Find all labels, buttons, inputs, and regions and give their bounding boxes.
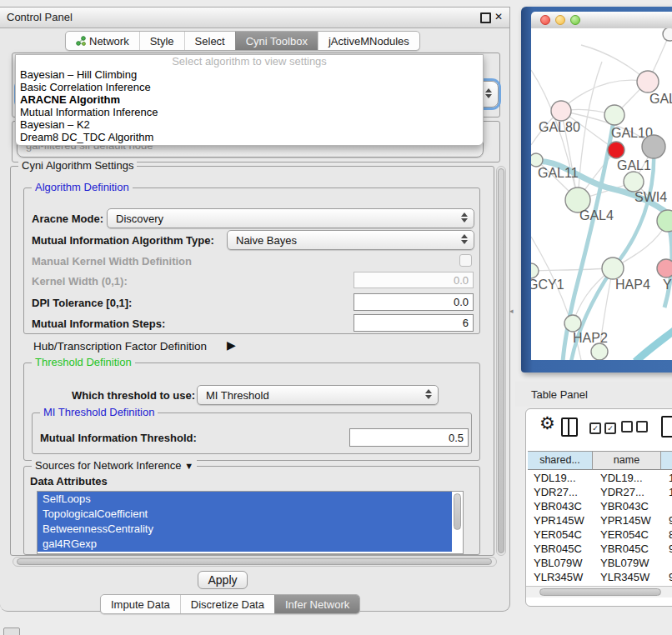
algorithm-option[interactable]: Dream8 DC_TDC Algorithm xyxy=(16,131,483,143)
minimized-panel-icon[interactable] xyxy=(3,628,20,635)
node-label: GAL4 xyxy=(579,208,614,222)
tab-infer-network[interactable]: Infer Network xyxy=(274,595,359,613)
network-node[interactable] xyxy=(624,172,644,192)
which-threshold-select[interactable]: MI Threshold xyxy=(197,385,439,405)
gear-icon[interactable]: ⚙ xyxy=(539,413,555,433)
algorithm-option[interactable]: ARACNE Algorithm xyxy=(16,93,483,106)
settings-vscrollbar[interactable] xyxy=(496,166,506,556)
mi-steps-input[interactable] xyxy=(354,314,474,332)
apply-button[interactable]: Apply xyxy=(198,571,248,589)
tab-cyni-toolbox[interactable]: Cyni Toolbox xyxy=(235,32,318,50)
aracne-mode-select[interactable]: Discovery xyxy=(107,208,474,228)
network-node[interactable] xyxy=(657,210,672,232)
tab-style[interactable]: Style xyxy=(139,32,184,50)
tab-discretize-data[interactable]: Discretize Data xyxy=(180,595,274,613)
algorithm-option[interactable]: Bayesian – Hill Climbing xyxy=(16,68,483,81)
group-title: Cyni Algorithm Settings xyxy=(18,159,137,172)
zoom-window-icon[interactable] xyxy=(570,15,580,25)
network-node[interactable] xyxy=(531,263,539,278)
table-row[interactable]: YDR27...YDR27...12 xyxy=(528,485,672,499)
network-node[interactable] xyxy=(604,105,624,125)
manual-kernel-width-checkbox[interactable] xyxy=(459,254,472,267)
network-canvas[interactable]: GAL2GAL80GAL10GAL1GAL11SWI4GAL4GCY1HAP4Y… xyxy=(531,28,672,360)
data-attribute-item[interactable]: BetweennessCentrality xyxy=(38,522,452,537)
data-attribute-item[interactable]: TopologicalCoefficient xyxy=(38,507,452,522)
splitter-grip[interactable]: ◂ xyxy=(509,307,514,315)
vscrollbar-thumb[interactable] xyxy=(498,168,504,553)
table-cell: YER054C xyxy=(528,528,594,542)
table-hscrollbar-thumb[interactable] xyxy=(539,588,661,596)
data-attributes-list[interactable]: SelfLoopsTopologicalCoefficientBetweenne… xyxy=(37,491,464,554)
network-node[interactable] xyxy=(551,101,571,121)
list-vscrollbar-thumb[interactable] xyxy=(454,493,461,530)
table-panel-titlebar: Table Panel xyxy=(515,382,672,407)
table-row[interactable]: YPR145WYPR145W9. xyxy=(528,513,672,528)
close-icon[interactable]: ✕ xyxy=(494,11,503,22)
tab-jactivemnodules[interactable]: jActiveMNodules xyxy=(318,32,419,50)
network-node[interactable] xyxy=(608,142,624,158)
network-node[interactable] xyxy=(637,71,659,92)
table-row[interactable]: YBR045CYBR045C9. xyxy=(528,542,672,556)
table-cell: 13 xyxy=(663,471,672,485)
network-node[interactable] xyxy=(642,135,665,158)
collapse-icon[interactable]: ▼ xyxy=(184,461,193,471)
minimize-window-icon[interactable] xyxy=(555,15,565,25)
table-cell: YER054C xyxy=(594,528,663,542)
kernel-width-input[interactable] xyxy=(354,272,474,288)
popup-placeholder: Select algorithm to view settings xyxy=(16,55,483,68)
combo-arrows-icon xyxy=(425,389,432,399)
combo-value: Discovery xyxy=(116,212,163,225)
network-node[interactable] xyxy=(564,315,581,332)
select-all-icon[interactable]: ✓✓ xyxy=(589,421,619,434)
table-cell: YBR045C xyxy=(594,542,663,556)
table-cell: 12 xyxy=(663,485,672,499)
close-window-icon[interactable] xyxy=(540,15,550,25)
mi-threshold-input[interactable] xyxy=(349,428,469,447)
column-header-a[interactable]: A xyxy=(661,451,672,470)
hscrollbar-thumb[interactable] xyxy=(17,558,492,565)
combo-arrows-icon xyxy=(461,234,468,244)
algorithm-option[interactable]: Bayesian – K2 xyxy=(16,118,483,131)
tab-select[interactable]: Select xyxy=(184,32,235,50)
sources-title[interactable]: Sources for Network Inference ▼ xyxy=(32,459,197,472)
network-node[interactable] xyxy=(663,28,672,41)
data-attribute-item[interactable]: gal4RGexp xyxy=(38,537,452,552)
table-row[interactable]: YBR043CYBR043C xyxy=(528,499,672,513)
network-node[interactable] xyxy=(602,258,624,279)
network-node[interactable] xyxy=(591,343,608,360)
table-panel-title: Table Panel xyxy=(531,388,588,401)
table-row[interactable]: YDL19...YDL19...13 xyxy=(528,471,672,485)
mi-algorithm-type-select[interactable]: Naive Bayes xyxy=(227,230,474,250)
tab-network[interactable]: Network xyxy=(66,32,139,50)
table-cell: YDL19... xyxy=(594,471,663,485)
tab-label: jActiveMNodules xyxy=(328,35,409,48)
node-label: GAL11 xyxy=(538,166,579,180)
network-node[interactable] xyxy=(531,153,543,167)
table-hscrollbar[interactable] xyxy=(526,586,672,598)
table-panel-window: ⚙ ✓✓ shared... name A YDL19...YDL19...13… xyxy=(525,408,672,607)
hub-expander-label[interactable]: Hub/Transcription Factor Definition xyxy=(33,340,207,352)
algorithm-option[interactable]: Mutual Information Inference xyxy=(16,106,483,118)
network-node[interactable] xyxy=(657,259,672,278)
data-attribute-item[interactable]: SelfLoops xyxy=(38,492,452,507)
column-header-shared[interactable]: shared... xyxy=(528,451,593,470)
dpi-tolerance-input[interactable] xyxy=(354,293,474,311)
node-label: SWI4 xyxy=(634,190,667,204)
expand-icon[interactable]: ▶ xyxy=(227,338,236,352)
split-columns-icon[interactable] xyxy=(561,418,578,437)
table-row[interactable]: YBL079WYBL079W xyxy=(528,556,672,570)
tab-label: Style xyxy=(150,35,174,48)
table-icon[interactable] xyxy=(661,416,672,438)
table-cell: YPR145W xyxy=(528,513,594,528)
node-label: GAL1 xyxy=(617,158,651,172)
data-attributes-label: Data Attributes xyxy=(30,475,108,488)
tab-impute-data[interactable]: Impute Data xyxy=(101,595,180,613)
group-title: Algorithm Definition xyxy=(32,181,133,193)
float-panel-icon[interactable] xyxy=(480,12,491,23)
deselect-all-icon[interactable] xyxy=(621,421,651,435)
settings-hscrollbar[interactable] xyxy=(13,557,497,567)
column-header-name[interactable]: name xyxy=(593,451,661,470)
table-row[interactable]: YLR345WYLR345W9. xyxy=(528,570,672,584)
table-row[interactable]: YER054CYER054C8. xyxy=(528,528,672,542)
algorithm-option[interactable]: Basic Correlation Inference xyxy=(16,81,483,93)
